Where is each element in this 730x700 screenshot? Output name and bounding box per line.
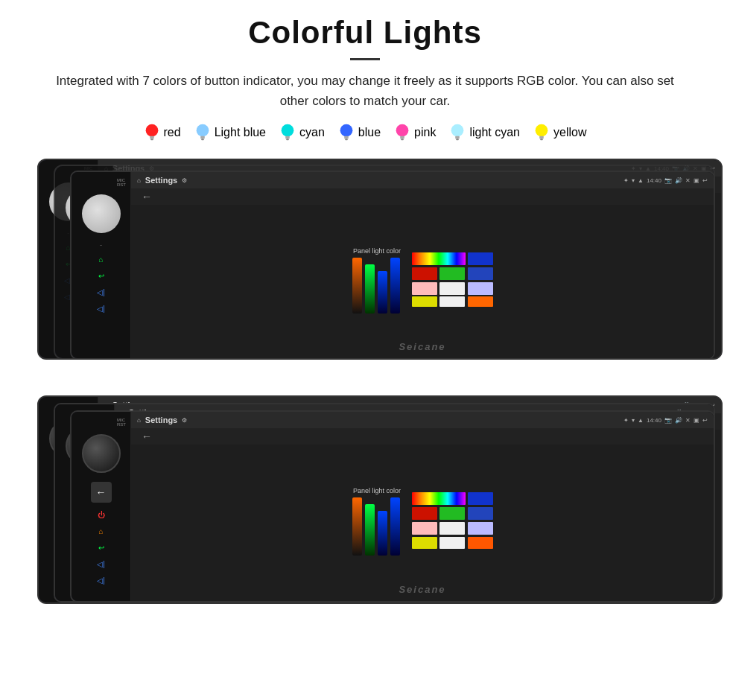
screen-front: ⌂ Settings ⚙ ✦▾▲ 14:40 📷🔊✕▣↩ ←: [131, 172, 714, 358]
svg-point-18: [536, 124, 548, 137]
color-item-lightblue: Light blue: [194, 123, 266, 142]
svg-rect-52: [365, 264, 375, 314]
svg-rect-108: [412, 537, 437, 549]
color-label-lightcyan: light cyan: [469, 126, 520, 139]
power-btn-2front: ⏻: [95, 509, 107, 521]
svg-rect-64: [439, 296, 465, 307]
pink-bulb-icon: [394, 123, 410, 142]
svg-rect-57: [412, 267, 437, 280]
svg-rect-100: [412, 492, 466, 505]
arrow-btn-2front[interactable]: ←: [91, 482, 112, 503]
settings-label-front: Settings: [145, 176, 177, 185]
lightblue-bulb-icon: [194, 123, 211, 142]
svg-rect-106: [439, 522, 465, 535]
color-label-pink: pink: [414, 126, 436, 139]
svg-rect-19: [539, 136, 544, 139]
home-btn-2front: ⌂: [95, 525, 107, 537]
color-label-yellow: yellow: [553, 126, 586, 139]
svg-rect-109: [439, 537, 465, 549]
vol-btn-2front: ◁|: [95, 558, 107, 570]
color-label-red: red: [164, 126, 181, 139]
pls-label-2front: Panel light color: [351, 487, 403, 494]
topbar-front: ⌂ Settings ⚙ ✦▾▲ 14:40 📷🔊✕▣↩: [131, 172, 714, 188]
svg-rect-102: [412, 507, 437, 520]
settings-label-2front: Settings: [145, 416, 177, 424]
cyan-bulb-icon: [279, 123, 296, 142]
color-item-pink: pink: [394, 123, 436, 142]
svg-rect-104: [468, 507, 493, 520]
svg-point-12: [396, 124, 409, 137]
svg-rect-51: [352, 258, 362, 314]
svg-rect-65: [468, 296, 493, 307]
time-2front: 14:40: [647, 417, 661, 424]
color-label-cyan: cyan: [299, 126, 325, 139]
page-container: Colorful Lights Integrated with 7 colors…: [0, 0, 730, 637]
svg-rect-59: [468, 267, 493, 280]
svg-rect-53: [378, 271, 387, 314]
svg-rect-54: [390, 258, 400, 314]
vol-btn-front: ◁|: [95, 286, 107, 298]
screen-content-front: Panel light color: [131, 205, 714, 358]
svg-rect-63: [412, 296, 437, 307]
svg-rect-98: [378, 511, 387, 556]
svg-rect-110: [468, 537, 493, 549]
svg-rect-107: [468, 522, 493, 535]
svg-rect-1: [150, 136, 154, 139]
svg-rect-60: [412, 282, 437, 295]
svg-rect-14: [401, 139, 404, 141]
back-btn-front: ↩: [95, 270, 107, 281]
svg-rect-61: [439, 282, 465, 295]
vol2-btn-front: ◁|: [95, 302, 107, 314]
svg-rect-13: [400, 136, 404, 139]
yellow-bulb-icon: [533, 123, 550, 142]
color-item-cyan: cyan: [279, 123, 325, 142]
pls-label-front: Panel light color: [351, 247, 403, 255]
knob-circle-front: [82, 194, 121, 233]
svg-rect-4: [200, 136, 205, 139]
svg-rect-99: [390, 497, 400, 556]
svg-rect-103: [439, 507, 465, 520]
svg-point-3: [196, 124, 209, 137]
lightcyan-bulb-icon: [449, 123, 466, 142]
svg-rect-56: [468, 252, 493, 265]
color-item-red: red: [144, 123, 181, 142]
home-btn-front: ⌂: [95, 253, 107, 265]
svg-rect-97: [365, 504, 375, 556]
red-bulb-icon: [144, 123, 160, 142]
car-unit-2-front: MICRST ← ⏻ ⌂ ↩ ◁| ◁| ⌂ Settings ⚙ ✦▾▲: [70, 410, 715, 602]
svg-rect-11: [345, 139, 348, 141]
device-row-1: MICRST - ⌂ ↩ ◁| ◁| ⌂ Settings ⚙ ✦: [37, 159, 693, 375]
blue-bulb-icon: [338, 123, 355, 142]
svg-rect-55: [412, 252, 466, 265]
title-divider: [350, 58, 380, 60]
devices-section: MICRST - ⌂ ↩ ◁| ◁| ⌂ Settings ⚙ ✦: [30, 159, 700, 615]
svg-rect-16: [456, 136, 460, 139]
screen2-front: ⌂ Settings ⚙ ✦▾▲ 14:40 📷🔊✕▣↩ ←: [131, 412, 714, 601]
color-label-blue: blue: [358, 126, 381, 139]
svg-point-0: [145, 124, 158, 137]
color-label-lightblue: Light blue: [215, 126, 266, 139]
vol2-btn-2front: ◁|: [95, 574, 107, 586]
screen2-content-front: Panel light color: [131, 445, 714, 601]
svg-rect-8: [286, 139, 289, 141]
color-item-blue: blue: [338, 123, 381, 142]
svg-rect-17: [457, 139, 460, 141]
time-front: 14:40: [647, 177, 661, 184]
back-arrow-2front[interactable]: ←: [137, 429, 156, 444]
description-text: Integrated with 7 colors of button indic…: [45, 71, 685, 111]
svg-rect-7: [285, 136, 290, 139]
device-row-2: MICRST ← ⏻ ⌂ ↩ ◁| ◁| ⌂ Settings ⚙ ✦▾▲: [37, 395, 693, 615]
svg-rect-58: [439, 267, 465, 280]
back-arrow-front[interactable]: ←: [137, 189, 156, 204]
svg-rect-5: [201, 139, 204, 141]
svg-point-15: [451, 124, 464, 137]
svg-rect-20: [540, 139, 543, 141]
back-btn-2front: ↩: [95, 541, 107, 553]
knob2-front: [82, 434, 121, 473]
color-item-lightcyan: light cyan: [449, 123, 520, 142]
svg-rect-62: [468, 282, 493, 295]
svg-rect-2: [150, 139, 153, 141]
svg-rect-101: [468, 492, 493, 505]
panel2-front: MICRST ← ⏻ ⌂ ↩ ◁| ◁|: [72, 412, 131, 601]
svg-rect-96: [352, 497, 362, 556]
